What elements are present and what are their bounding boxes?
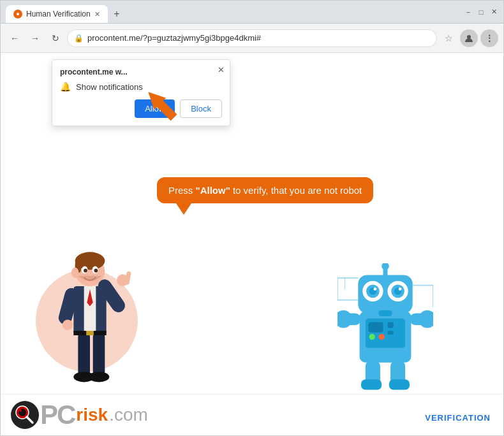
profile-button[interactable] [460,29,478,47]
block-button[interactable]: Block [180,99,222,118]
svg-rect-21 [86,331,94,335]
tab-close-button[interactable]: ✕ [94,10,100,18]
svg-point-42 [399,287,402,291]
svg-rect-29 [368,322,383,332]
human-figure [45,251,135,378]
speech-text-pre: Press [168,185,196,196]
svg-rect-45 [379,310,392,316]
active-tab[interactable]: Human Verification ✕ [6,5,108,23]
verification-badge: VERIFICATION [425,413,491,423]
svg-rect-16 [93,332,105,377]
pcrisk-logo: PCrisk.com [11,401,148,429]
pcrisk-bar: PCrisk.com VERIFICATION [1,394,503,435]
robot-svg [337,263,433,396]
minimize-button[interactable]: − [464,8,473,17]
back-button[interactable]: ← [6,29,24,47]
svg-rect-30 [387,322,393,328]
address-text[interactable]: procontent.me/?p=guztazjwmy5gi3bpge4dkmi… [87,33,430,43]
svg-point-19 [63,319,73,330]
address-input-wrapper: 🔒 procontent.me/?p=guztazjwmy5gi3bpge4dk… [67,29,437,47]
speech-bubble: Press "Allow" to verify, that you are no… [157,177,373,203]
svg-point-48 [337,310,352,328]
bookmark-button[interactable]: ☆ [440,29,457,47]
menu-button[interactable]: ⋮ [480,29,498,47]
popup-site-text: procontent.me w... [60,68,222,76]
tab-area: Human Verification ✕ + [6,1,461,23]
orange-arrow-icon [140,84,184,128]
person-svg [45,251,135,399]
refresh-button[interactable]: ↻ [47,29,64,47]
notification-label: Show notifications [76,82,143,92]
page-content: ✕ procontent.me w... 🔔 Show notification… [1,53,503,435]
risk-text: risk [76,405,108,425]
dot-com-text: .com [109,405,148,425]
svg-point-41 [374,287,377,291]
svg-point-33 [379,334,385,340]
svg-point-32 [369,334,375,340]
tab-favicon [13,10,22,18]
svg-rect-53 [389,379,410,389]
svg-marker-4 [142,86,180,124]
speech-text-bold: "Allow" [196,185,230,196]
popup-close-button[interactable]: ✕ [218,65,225,75]
svg-point-1 [17,13,19,15]
tab-title: Human Verification [26,10,91,18]
svg-point-49 [419,310,433,328]
new-tab-button[interactable]: + [108,5,126,23]
forward-button[interactable]: → [26,29,44,47]
svg-point-25 [84,269,87,273]
bell-icon: 🔔 [60,82,71,92]
svg-rect-15 [78,332,90,377]
svg-rect-52 [361,379,382,389]
svg-point-62 [19,409,22,412]
maximize-button[interactable]: □ [477,8,485,17]
svg-point-44 [382,263,389,270]
address-bar: ← → ↻ 🔒 procontent.me/?p=guztazjwmy5gi3b… [1,24,503,53]
svg-rect-31 [387,331,393,335]
pc-text: PC [40,402,75,428]
browser-window: Human Verification ✕ + − □ ✕ ← → ↻ 🔒 pro… [0,0,504,436]
svg-point-26 [94,269,98,273]
robot-figure [337,263,433,378]
window-controls: − □ ✕ [464,8,498,17]
close-window-button[interactable]: ✕ [489,8,498,17]
pcrisk-icon [11,401,39,429]
svg-point-18 [89,372,110,382]
title-bar: Human Verification ✕ + − □ ✕ [1,1,503,24]
svg-line-63 [27,417,33,423]
lock-icon: 🔒 [74,34,84,43]
svg-point-22 [71,268,79,278]
speech-text-post: to verify, that you are not robot [230,185,362,196]
